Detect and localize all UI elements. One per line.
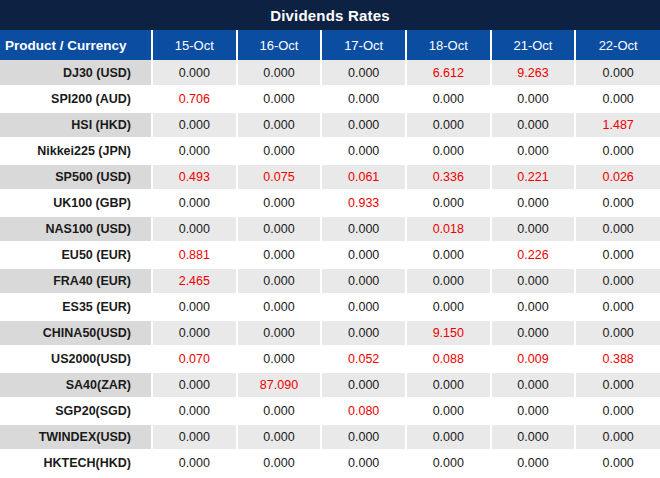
product-cell: ES35 (EUR) (0, 294, 152, 320)
value-cell: 0.000 (575, 86, 660, 112)
value-cell: 0.000 (575, 216, 660, 242)
table-row: HKTECH(HKD)0.0000.0000.0000.0000.0000.00… (0, 450, 660, 476)
product-cell: DJ30 (USD) (0, 60, 152, 86)
column-header-date: 22-Oct (575, 30, 660, 60)
table-row: HSI (HKD)0.0000.0000.0000.0000.0001.487 (0, 112, 660, 138)
value-cell: 0.000 (406, 398, 491, 424)
table-row: EU50 (EUR)0.8810.0000.0000.0000.2260.000 (0, 242, 660, 268)
value-cell: 0.000 (575, 294, 660, 320)
value-cell: 0.000 (321, 450, 406, 476)
value-cell: 0.070 (152, 346, 237, 372)
table-row: SGP20(SGD)0.0000.0000.0800.0000.0000.000 (0, 398, 660, 424)
value-cell: 0.226 (491, 242, 576, 268)
value-cell: 0.000 (237, 112, 322, 138)
value-cell: 2.465 (152, 268, 237, 294)
value-cell: 0.000 (152, 424, 237, 450)
table-row: UK100 (GBP)0.0000.0000.9330.0000.0000.00… (0, 190, 660, 216)
value-cell: 0.000 (491, 190, 576, 216)
value-cell: 0.000 (406, 86, 491, 112)
value-cell: 9.263 (491, 60, 576, 86)
value-cell: 0.336 (406, 164, 491, 190)
value-cell: 0.000 (321, 372, 406, 398)
value-cell: 0.000 (237, 268, 322, 294)
value-cell: 0.088 (406, 346, 491, 372)
value-cell: 9.150 (406, 320, 491, 346)
column-header-date: 15-Oct (152, 30, 237, 60)
product-cell: FRA40 (EUR) (0, 268, 152, 294)
value-cell: 0.221 (491, 164, 576, 190)
value-cell: 0.000 (321, 320, 406, 346)
value-cell: 0.000 (152, 138, 237, 164)
panel-title: Dividends Rates (0, 0, 660, 30)
value-cell: 0.000 (575, 398, 660, 424)
value-cell: 0.000 (237, 294, 322, 320)
value-cell: 0.000 (237, 138, 322, 164)
table-row: DJ30 (USD)0.0000.0000.0006.6129.2630.000 (0, 60, 660, 86)
value-cell: 0.000 (575, 372, 660, 398)
value-cell: 0.000 (406, 138, 491, 164)
value-cell: 1.487 (575, 112, 660, 138)
table-row: TWINDEX(USD)0.0000.0000.0000.0000.0000.0… (0, 424, 660, 450)
value-cell: 0.000 (491, 138, 576, 164)
dividends-table: Product / Currency 15-Oct 16-Oct 17-Oct … (0, 30, 660, 477)
value-cell: 0.933 (321, 190, 406, 216)
value-cell: 0.000 (152, 372, 237, 398)
value-cell: 0.000 (152, 190, 237, 216)
table-row: NAS100 (USD)0.0000.0000.0000.0180.0000.0… (0, 216, 660, 242)
value-cell: 0.000 (152, 294, 237, 320)
value-cell: 0.000 (406, 112, 491, 138)
table-row: FRA40 (EUR)2.4650.0000.0000.0000.0000.00… (0, 268, 660, 294)
value-cell: 0.000 (575, 190, 660, 216)
value-cell: 0.000 (406, 294, 491, 320)
value-cell: 0.000 (575, 242, 660, 268)
table-row: SP500 (USD)0.4930.0750.0610.3360.2210.02… (0, 164, 660, 190)
value-cell: 0.000 (152, 216, 237, 242)
product-cell: UK100 (GBP) (0, 190, 152, 216)
value-cell: 0.493 (152, 164, 237, 190)
value-cell: 0.000 (575, 268, 660, 294)
column-header-date: 17-Oct (321, 30, 406, 60)
value-cell: 0.000 (406, 190, 491, 216)
product-cell: SGP20(SGD) (0, 398, 152, 424)
value-cell: 0.000 (237, 190, 322, 216)
value-cell: 0.000 (575, 450, 660, 476)
value-cell: 0.000 (491, 450, 576, 476)
value-cell: 0.018 (406, 216, 491, 242)
product-cell: HSI (HKD) (0, 112, 152, 138)
value-cell: 0.000 (152, 450, 237, 476)
value-cell: 0.000 (152, 112, 237, 138)
value-cell: 0.000 (152, 60, 237, 86)
column-header-product: Product / Currency (0, 30, 152, 60)
value-cell: 0.000 (321, 216, 406, 242)
value-cell: 0.080 (321, 398, 406, 424)
column-header-date: 18-Oct (406, 30, 491, 60)
value-cell: 0.000 (152, 398, 237, 424)
value-cell: 0.000 (491, 112, 576, 138)
value-cell: 87.090 (237, 372, 322, 398)
product-cell: US2000(USD) (0, 346, 152, 372)
value-cell: 0.000 (321, 424, 406, 450)
value-cell: 0.000 (406, 372, 491, 398)
value-cell: 0.000 (237, 398, 322, 424)
table-row: SA40(ZAR)0.00087.0900.0000.0000.0000.000 (0, 372, 660, 398)
value-cell: 0.000 (321, 242, 406, 268)
value-cell: 0.000 (237, 320, 322, 346)
value-cell: 0.000 (491, 320, 576, 346)
value-cell: 0.000 (406, 242, 491, 268)
value-cell: 0.000 (237, 242, 322, 268)
product-cell: HKTECH(HKD) (0, 450, 152, 476)
value-cell: 0.000 (491, 294, 576, 320)
value-cell: 0.000 (321, 86, 406, 112)
product-cell: SPI200 (AUD) (0, 86, 152, 112)
value-cell: 0.000 (491, 372, 576, 398)
value-cell: 0.000 (237, 424, 322, 450)
value-cell: 0.026 (575, 164, 660, 190)
value-cell: 0.000 (321, 112, 406, 138)
value-cell: 0.000 (491, 268, 576, 294)
value-cell: 0.000 (321, 268, 406, 294)
column-header-date: 21-Oct (491, 30, 576, 60)
value-cell: 0.000 (152, 320, 237, 346)
value-cell: 0.000 (237, 450, 322, 476)
header-row: Product / Currency 15-Oct 16-Oct 17-Oct … (0, 30, 660, 60)
product-cell: TWINDEX(USD) (0, 424, 152, 450)
